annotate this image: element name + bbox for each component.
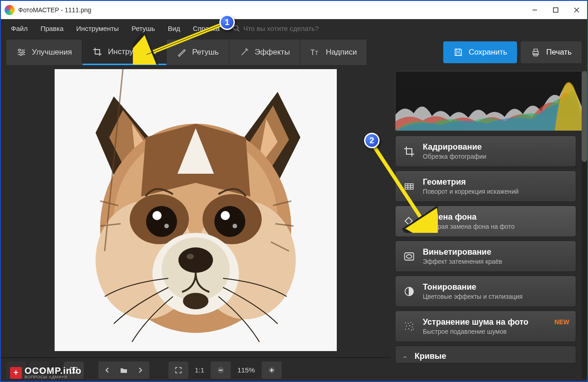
watermark-main: OCOMP.info [25, 366, 81, 375]
geometry-icon [403, 180, 416, 193]
histogram[interactable] [395, 71, 583, 131]
svg-rect-65 [405, 253, 414, 260]
watermark: + OCOMP.info ВОПРОСЫ АДМИНУ [10, 366, 81, 379]
tab-retouch[interactable]: Ретушь [167, 40, 229, 65]
save-icon [453, 47, 463, 57]
zoom-in-button[interactable] [262, 362, 282, 379]
brush-icon [177, 47, 187, 57]
svg-point-70 [411, 322, 411, 323]
print-button[interactable]: Печать [521, 41, 582, 63]
toolbar: Улучшения Инструменты Ретушь Эффекты TT … [1, 37, 587, 67]
tool-list: Кадрирование Обрезка фотографии Геометри… [395, 136, 583, 382]
wand-icon [239, 47, 249, 57]
tab-label: Надписи [326, 48, 357, 57]
svg-point-76 [408, 328, 409, 329]
tool-geometry[interactable]: Геометрия Поворот и коррекция искажений [395, 171, 576, 202]
fit-button[interactable] [168, 362, 188, 379]
folder-button[interactable] [117, 367, 131, 373]
new-badge: NEW [554, 318, 569, 326]
tool-toning[interactable]: Тонирование Цветовые эффекты и стилизаци… [395, 276, 576, 307]
tool-desc: Эффект затемнения краёв [423, 258, 568, 265]
tab-effects[interactable]: Эффекты [229, 40, 300, 65]
next-button[interactable] [133, 367, 147, 373]
canvas-image[interactable] [55, 69, 337, 351]
close-button[interactable] [566, 1, 587, 19]
svg-point-39 [164, 224, 169, 228]
svg-point-71 [412, 324, 413, 325]
callout-1: 1 [219, 15, 235, 30]
workspace: 1:1 115% [1, 67, 587, 382]
: Устранение шума на фото [423, 317, 568, 327]
menu-edit[interactable]: Правка [35, 22, 69, 35]
save-button[interactable]: Сохранить [443, 41, 517, 63]
svg-point-44 [187, 254, 194, 259]
tool-curves[interactable]: Кривые [395, 346, 576, 363]
svg-line-12 [242, 50, 247, 55]
search-input[interactable] [243, 25, 362, 32]
print-label: Печать [546, 48, 572, 57]
svg-point-36 [214, 206, 245, 237]
canvas-area: 1:1 115% [1, 67, 390, 382]
window-title: ФотоМАСТЕР - 1111.png [18, 6, 91, 14]
svg-rect-18 [534, 49, 537, 51]
svg-point-66 [406, 255, 412, 258]
svg-point-64 [412, 222, 414, 225]
search-wrap [233, 25, 362, 32]
vignette-icon [403, 250, 416, 263]
text-icon: TT [310, 47, 320, 57]
svg-point-72 [406, 326, 407, 327]
svg-rect-1 [553, 8, 558, 12]
tool-desc: Быстрая замена фона на фото [423, 223, 568, 230]
svg-point-69 [408, 323, 409, 324]
svg-point-11 [20, 54, 22, 55]
minimize-button[interactable] [524, 1, 545, 19]
zoom-out-button[interactable] [211, 362, 231, 379]
window-controls [524, 1, 587, 19]
svg-point-73 [409, 325, 410, 326]
tab-text[interactable]: TT Надписи [300, 40, 367, 65]
svg-point-40 [233, 224, 237, 228]
svg-point-75 [405, 329, 406, 330]
tool-title: Тонирование [423, 282, 568, 292]
tool-crop[interactable]: Кадрирование Обрезка фотографии [395, 136, 576, 167]
tab-enhance[interactable]: Улучшения [6, 40, 82, 65]
sliders-icon [16, 47, 26, 57]
tool-denoise[interactable]: Устранение шума на фото Быстрое подавлен… [395, 311, 576, 342]
svg-point-37 [152, 211, 162, 220]
tool-title: Кривые [415, 352, 446, 361]
svg-rect-16 [456, 53, 460, 55]
tab-label: Эффекты [255, 48, 290, 57]
svg-point-45 [183, 293, 208, 309]
tool-desc: Обрезка фотографии [423, 153, 568, 160]
menu-view[interactable]: Вид [162, 22, 186, 35]
menu-tools[interactable]: Инструменты [71, 22, 125, 35]
menu-file[interactable]: Файл [5, 22, 33, 35]
zoom-percent: 115% [233, 366, 259, 374]
plus-icon: + [10, 367, 22, 379]
app-icon [5, 5, 15, 15]
crop-icon [403, 145, 416, 158]
right-panel: Кадрирование Обрезка фотографии Геометри… [390, 67, 587, 382]
svg-point-38 [221, 211, 230, 220]
watermark-sub: ВОПРОСЫ АДМИНУ [25, 375, 81, 379]
tool-replace-background[interactable]: Замена фона Быстрая замена фона на фото [395, 206, 576, 237]
menu-retouch[interactable]: Ретушь [126, 22, 161, 35]
svg-point-9 [19, 49, 20, 51]
menu-bar: Файл Правка Инструменты Ретушь Вид Справ… [1, 19, 587, 37]
tab-label: Инструменты [108, 47, 156, 56]
svg-line-5 [238, 30, 239, 31]
scrollbar-thumb[interactable] [582, 71, 587, 162]
tab-label: Ретушь [192, 48, 218, 57]
callout-2: 2 [364, 133, 380, 148]
crop-icon [92, 47, 102, 57]
maximize-button[interactable] [545, 1, 566, 19]
svg-text:T: T [310, 49, 315, 56]
prev-button[interactable] [100, 367, 115, 373]
curves-icon [403, 354, 407, 359]
tool-vignette[interactable]: Виньетирование Эффект затемнения краёв [395, 241, 576, 272]
tab-label: Улучшения [32, 48, 72, 57]
nav-group [98, 362, 149, 379]
scrollbar-track[interactable] [582, 71, 587, 379]
tab-tools[interactable]: Инструменты [82, 40, 167, 65]
zoom-ratio[interactable]: 1:1 [191, 366, 208, 374]
